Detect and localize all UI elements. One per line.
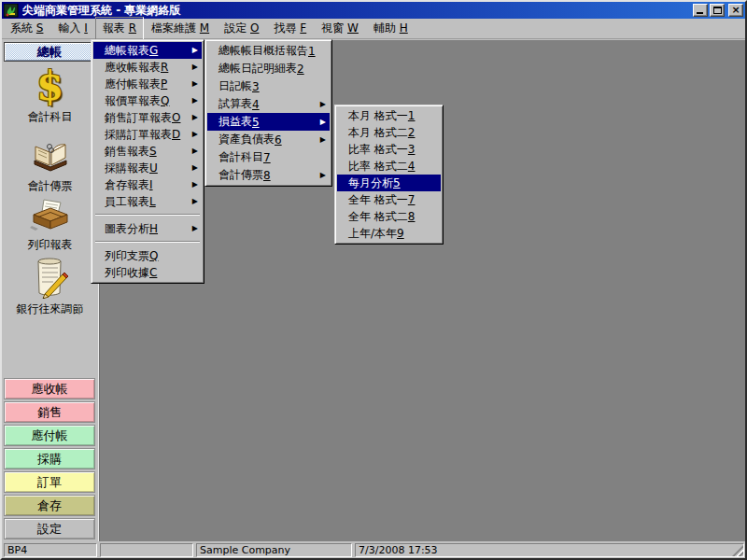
gl-submenu-item-3[interactable]: 試算表 4▶ bbox=[207, 95, 330, 113]
sidebar-item-label: 列印報表 bbox=[2, 237, 98, 253]
active-module-button-general-ledger[interactable]: 總帳 bbox=[4, 42, 95, 62]
sidebar-item-label: 會計傳票 bbox=[2, 178, 98, 194]
gl-submenu-item-0[interactable]: 總帳帳目概括報告 1 bbox=[207, 42, 330, 60]
submenu-arrow-icon: ▶ bbox=[320, 172, 326, 179]
menubar-item-s[interactable]: 系統 S bbox=[3, 17, 50, 40]
status-panel-code: BP4 bbox=[4, 543, 97, 557]
reports-menu-item-0[interactable]: 總帳報表 G▶ bbox=[93, 42, 202, 59]
sidebar-item-chart-of-accounts[interactable]: $ 會計科目 bbox=[2, 66, 98, 125]
menubar-item-h[interactable]: 輔助 H bbox=[366, 17, 416, 40]
reports-menu-item-2[interactable]: 應付帳報表 P▶ bbox=[93, 76, 202, 92]
sidebar-item-label: 會計科目 bbox=[2, 109, 98, 125]
submenu-arrow-icon: ▶ bbox=[192, 164, 198, 172]
menubar-item-i[interactable]: 輸入 I bbox=[50, 17, 94, 40]
document-pencil-icon bbox=[2, 255, 98, 300]
resize-grip[interactable] bbox=[732, 545, 743, 556]
minimize-button[interactable] bbox=[693, 4, 708, 17]
sidebar-item-accounting-vouchers[interactable]: 會計傳票 bbox=[2, 133, 98, 194]
income-statement-submenu: 本月 格式一 1本月 格式二 2比率 格式一 3比率 格式二 4每月分析 5全年… bbox=[334, 105, 444, 245]
close-icon: × bbox=[731, 6, 740, 15]
reports-menu-item-13[interactable]: 列印支票 Q bbox=[93, 247, 202, 264]
reports-menu-item-11[interactable]: 圖表分析 H▶ bbox=[93, 220, 202, 237]
maximize-button[interactable] bbox=[710, 4, 725, 17]
window-title: 尖端商業管理系統 - 專業網絡版 bbox=[22, 3, 691, 19]
submenu-arrow-icon: ▶ bbox=[192, 198, 198, 205]
submenu-arrow-icon: ▶ bbox=[192, 63, 198, 71]
module-button-orders[interactable]: 訂單 bbox=[4, 471, 95, 493]
app-window: 尖端商業管理系統 - 專業網絡版 × 系統 S輸入 I報表 R檔案維護 M設定 … bbox=[0, 0, 747, 560]
reports-menu-item-9[interactable]: 員工報表 L▶ bbox=[93, 193, 202, 210]
status-panel-blank bbox=[100, 543, 193, 557]
is-submenu-item-5[interactable]: 全年 格式一 7 bbox=[337, 191, 441, 208]
status-bar: BP4Sample Company7/3/2008 17:53 bbox=[2, 541, 745, 558]
is-submenu-item-3[interactable]: 比率 格式二 4 bbox=[337, 158, 441, 175]
submenu-arrow-icon: ▶ bbox=[192, 147, 198, 155]
menubar-item-r[interactable]: 報表 R bbox=[95, 17, 144, 40]
reports-menu-item-8[interactable]: 倉存報表 I▶ bbox=[93, 176, 202, 193]
printer-icon bbox=[2, 196, 98, 235]
module-button-group: 應收帳銷售應付帳採購訂單倉存設定 bbox=[4, 378, 95, 541]
submenu-arrow-icon: ▶ bbox=[192, 225, 198, 232]
gl-submenu-item-5[interactable]: 資產負債表 6▶ bbox=[207, 131, 330, 148]
module-button-inventory[interactable]: 倉存 bbox=[4, 495, 95, 516]
is-submenu-item-2[interactable]: 比率 格式一 3 bbox=[337, 141, 441, 158]
module-button-payables[interactable]: 應付帳 bbox=[4, 425, 95, 446]
gl-submenu-item-7[interactable]: 會計傳票 8▶ bbox=[207, 166, 330, 184]
reports-menu-separator bbox=[95, 214, 200, 216]
gl-submenu-item-1[interactable]: 總帳日記明細表 2 bbox=[207, 60, 330, 77]
is-submenu-item-4[interactable]: 每月分析 5 bbox=[337, 175, 441, 191]
maximize-icon bbox=[713, 7, 722, 14]
module-button-receivables[interactable]: 應收帳 bbox=[4, 378, 95, 399]
minimize-icon bbox=[697, 12, 703, 14]
menubar-item-m[interactable]: 檔案維護 M bbox=[144, 17, 217, 40]
status-panel-company: Sample Company bbox=[196, 543, 352, 557]
submenu-arrow-icon: ▶ bbox=[192, 47, 198, 54]
menubar-item-o[interactable]: 設定 O bbox=[217, 17, 266, 40]
reports-menu: 總帳報表 G▶應收帳報表 R▶應付帳報表 P▶報價單報表 Q▶銷售訂單報表 O▶… bbox=[91, 39, 204, 284]
submenu-arrow-icon: ▶ bbox=[192, 181, 198, 189]
dollar-icon: $ bbox=[2, 66, 98, 107]
submenu-arrow-icon: ▶ bbox=[320, 119, 326, 126]
submenu-arrow-icon: ▶ bbox=[320, 101, 326, 108]
submenu-arrow-icon: ▶ bbox=[192, 97, 198, 105]
is-submenu-item-0[interactable]: 本月 格式一 1 bbox=[337, 107, 441, 124]
reports-menu-item-7[interactable]: 採購報表 U▶ bbox=[93, 160, 202, 176]
reports-menu-item-14[interactable]: 列印收據 C bbox=[93, 264, 202, 281]
sidebar-item-label: 銀行往來調節 bbox=[2, 301, 98, 317]
gl-submenu-item-6[interactable]: 會計科目 7 bbox=[207, 148, 330, 166]
gl-reports-submenu: 總帳帳目概括報告 1總帳日記明細表 2日記帳 3試算表 4▶損益表 5▶資產負債… bbox=[204, 39, 332, 187]
is-submenu-item-6[interactable]: 全年 格式二 8 bbox=[337, 208, 441, 225]
gl-submenu-item-4[interactable]: 損益表 5▶ bbox=[207, 113, 330, 131]
reports-menu-item-1[interactable]: 應收帳報表 R▶ bbox=[93, 59, 202, 76]
is-submenu-item-1[interactable]: 本月 格式二 2 bbox=[337, 124, 441, 141]
app-logo-icon bbox=[4, 4, 19, 18]
module-sidebar: 總帳 $ 會計科目 會計傳票 bbox=[2, 40, 99, 541]
submenu-arrow-icon: ▶ bbox=[192, 114, 198, 121]
reports-menu-separator bbox=[95, 241, 200, 243]
close-button[interactable]: × bbox=[728, 4, 743, 17]
submenu-arrow-icon: ▶ bbox=[192, 131, 198, 138]
reports-menu-item-3[interactable]: 報價單報表 Q▶ bbox=[93, 92, 202, 109]
menu-bar: 系統 S輸入 I報表 R檔案維護 M設定 O找尋 F視窗 W輔助 H bbox=[2, 19, 745, 39]
module-button-purchases[interactable]: 採購 bbox=[4, 448, 95, 469]
menubar-item-f[interactable]: 找尋 F bbox=[266, 17, 314, 40]
module-button-sales[interactable]: 銷售 bbox=[4, 401, 95, 423]
reports-menu-item-4[interactable]: 銷售訂單報表 O▶ bbox=[93, 109, 202, 126]
sidebar-item-print-reports[interactable]: 列印報表 bbox=[2, 196, 98, 253]
status-panel-datetime: 7/3/2008 17:53 bbox=[355, 543, 744, 557]
submenu-arrow-icon: ▶ bbox=[320, 136, 326, 144]
voucher-book-icon bbox=[2, 133, 98, 176]
reports-menu-item-6[interactable]: 銷售報表 S▶ bbox=[93, 143, 202, 160]
is-submenu-item-7[interactable]: 上年/本年 9 bbox=[337, 225, 441, 242]
submenu-arrow-icon: ▶ bbox=[192, 80, 198, 88]
active-module-label: 總帳 bbox=[37, 44, 62, 61]
sidebar-item-bank-reconciliation[interactable]: 銀行往來調節 bbox=[2, 255, 98, 317]
module-button-settings[interactable]: 設定 bbox=[4, 518, 95, 539]
gl-submenu-item-2[interactable]: 日記帳 3 bbox=[207, 77, 330, 95]
reports-menu-item-5[interactable]: 採購訂單報表 D▶ bbox=[93, 126, 202, 143]
menubar-item-w[interactable]: 視窗 W bbox=[314, 17, 366, 40]
